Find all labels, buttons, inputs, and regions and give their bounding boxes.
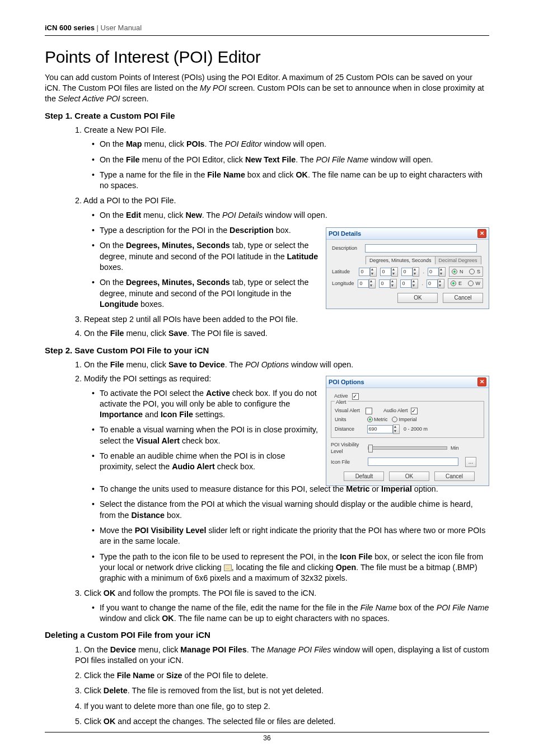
step1-b1: On the Map menu, click POIs. The POI Edi… xyxy=(92,139,489,150)
tab-decimal[interactable]: Decimal Degrees xyxy=(435,256,481,264)
metric-radio[interactable] xyxy=(367,417,373,422)
visibility-label: POI Visibility Level xyxy=(331,441,364,455)
page-number: 36 xyxy=(0,732,534,743)
step2-b2: To enable a visual warning when the POI … xyxy=(92,424,320,446)
lat-min[interactable]: 0 xyxy=(380,267,398,277)
browse-icon: ... xyxy=(224,564,232,571)
longitude-label: Longitude xyxy=(332,280,354,287)
visual-alert-checkbox[interactable] xyxy=(366,408,372,414)
tab-dms[interactable]: Degrees, Minutes, Seconds xyxy=(366,256,435,264)
header-series: iCN 600 series xyxy=(45,24,95,32)
step2-b4: To change the units used to measure dist… xyxy=(92,484,489,494)
lon-deg[interactable]: 0 xyxy=(358,279,376,288)
del-s4: 4. If you want to delete more than one f… xyxy=(75,701,489,712)
delete-title: Deleting a Custom POI File from your iCN xyxy=(45,629,489,641)
imperial-radio[interactable] xyxy=(392,417,397,422)
step1-sub1: 1. Create a New POI File. xyxy=(75,125,489,136)
step2-sub3: 3. Click OK and follow the prompts. The … xyxy=(75,588,489,599)
step1-b3: Type a name for the file in the File Nam… xyxy=(92,170,489,192)
audio-alert-checkbox[interactable] xyxy=(411,408,418,414)
del-s3: 3. Click Delete. The file is removed fro… xyxy=(75,685,489,696)
distance-label: Distance xyxy=(335,426,366,432)
lon-sec1[interactable]: 0 xyxy=(400,279,418,288)
default-button[interactable]: Default xyxy=(344,472,384,482)
step2-b7: Type the path to the icon file to be use… xyxy=(92,552,489,584)
step2-b5: Select the distance from the POI at whic… xyxy=(92,499,489,521)
step1-sub4: 4. On the File menu, click Save. The POI… xyxy=(75,328,489,339)
step2-b1: To activate the POI select the Active ch… xyxy=(92,388,320,421)
step1-b5: Type a description for the POI in the De… xyxy=(92,225,320,236)
step1-b4: On the Edit menu, click New. The POI Det… xyxy=(92,210,489,221)
latitude-label: Latitude xyxy=(332,268,355,275)
lon-min[interactable]: 0 xyxy=(379,279,397,288)
poi-options-title: POI Options xyxy=(329,378,364,386)
poi-details-title: POI Details xyxy=(329,230,361,238)
lat-deg[interactable]: 0 xyxy=(359,267,377,277)
step1-b6: On the Degrees, Minutes, Seconds tab, ty… xyxy=(92,240,320,273)
close-icon[interactable]: ✕ xyxy=(477,229,486,238)
header-doc: User Manual xyxy=(101,24,142,32)
page-title: Points of Interest (POI) Editor xyxy=(45,46,489,69)
lat-sec2[interactable]: 0 xyxy=(428,267,446,277)
visual-alert-label: Visual Alert xyxy=(335,407,366,414)
step1-sub3: 3. Repeat step 2 until all POIs have bee… xyxy=(75,314,489,325)
cancel-button[interactable]: Cancel xyxy=(434,472,475,482)
lon-ew-radio[interactable]: E W xyxy=(448,278,483,288)
step1-sub2: 2. Add a POI to the POI File. xyxy=(75,195,489,206)
distance-input[interactable]: 690 xyxy=(367,424,400,434)
active-label: Active xyxy=(334,393,348,399)
step2-title: Step 2. Save Custom POI File to your iCN xyxy=(45,345,489,356)
ok-button[interactable]: OK xyxy=(389,472,429,482)
visibility-min: Min xyxy=(451,445,459,451)
lat-ns-radio[interactable]: N S xyxy=(449,267,483,277)
cancel-button[interactable]: Cancel xyxy=(443,293,483,303)
iconfile-label: Icon File xyxy=(331,459,364,465)
header-sep: | xyxy=(95,24,101,32)
step2-sub2: 2. Modify the POI settings as required: xyxy=(75,374,320,384)
del-s1: 1. On the Device menu, click Manage POI … xyxy=(75,645,489,666)
poi-details-dialog: POI Details ✕ Description Degrees, Minut… xyxy=(326,227,489,309)
step2-sub1: 1. On the File menu, click Save to Devic… xyxy=(75,360,489,370)
step2-b3: To enable an audible chime when the POI … xyxy=(92,451,320,473)
iconfile-input[interactable] xyxy=(368,458,458,466)
visibility-slider[interactable] xyxy=(368,446,447,450)
step2-b6: Move the POI Visibility Level slider lef… xyxy=(92,525,489,547)
description-label: Description xyxy=(332,245,363,251)
close-icon[interactable]: ✕ xyxy=(477,377,486,386)
description-input[interactable] xyxy=(365,244,477,253)
lat-sec1[interactable]: 0 xyxy=(401,267,419,277)
step1-b2: On the File menu of the POI Editor, clic… xyxy=(92,155,489,165)
alert-legend: Alert xyxy=(335,399,348,405)
poi-options-dialog: POI Options ✕ Active Alert Visual Alert xyxy=(326,376,489,486)
active-checkbox[interactable] xyxy=(352,393,359,400)
step1-b7: On the Degrees, Minutes, Seconds tab, ty… xyxy=(92,277,320,310)
browse-button[interactable]: ... xyxy=(465,457,476,467)
ok-button[interactable]: OK xyxy=(397,293,438,303)
del-s2: 2. Click the File Name or Size of the PO… xyxy=(75,670,489,681)
step2-b8: If you want to change the name of the fi… xyxy=(92,603,489,624)
lon-sec2[interactable]: 0 xyxy=(427,279,444,288)
intro-paragraph: You can add custom Points of Interest (P… xyxy=(45,72,489,105)
audio-alert-label: Audio Alert xyxy=(383,407,408,414)
del-s5: 5. Click OK and accept the changes. The … xyxy=(75,716,489,727)
distance-range: 0 - 2000 m xyxy=(404,426,428,432)
units-label: Units xyxy=(335,416,366,423)
page-header: iCN 600 series | User Manual xyxy=(45,22,489,36)
step1-title: Step 1. Create a Custom POI File xyxy=(45,110,489,122)
